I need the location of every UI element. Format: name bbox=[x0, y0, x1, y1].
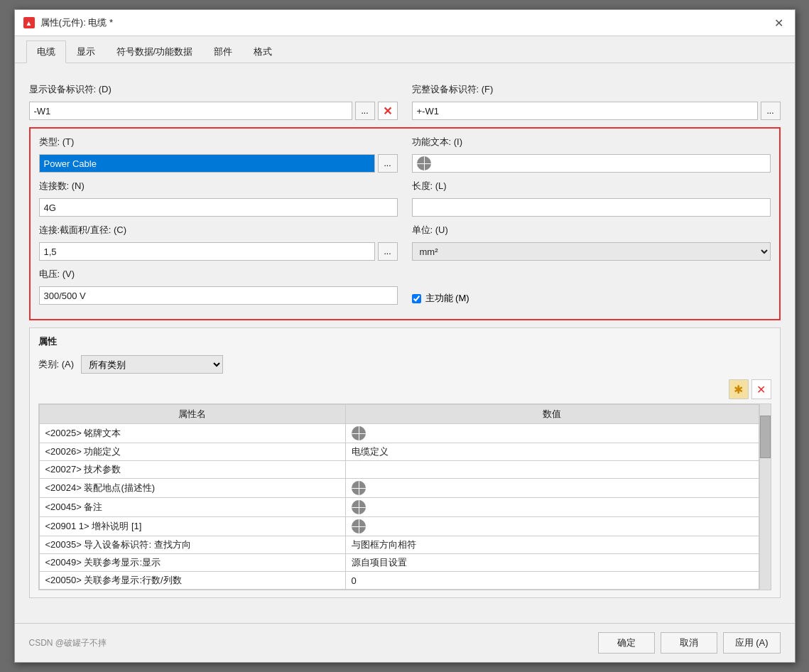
unit-select-wrapper: mm² bbox=[412, 242, 771, 261]
attr-value-cell[interactable] bbox=[345, 479, 759, 498]
x-icon: ✕ bbox=[383, 104, 392, 118]
attr-name-cell: <20045> 备注 bbox=[39, 498, 345, 517]
display-device-id-dots-button[interactable]: ... bbox=[355, 102, 375, 120]
type-function-row: 类型: (T) ... 功能文本: (I) bbox=[39, 136, 771, 173]
watermark-label: CSDN @破罐子不摔 bbox=[29, 637, 107, 649]
table-row: <20901 1> 增补说明 [1] bbox=[39, 517, 759, 536]
area-input[interactable] bbox=[39, 242, 375, 261]
content-area: 显示设备标识符: (D) ... ✕ 完整设备标识符: (F) ... bbox=[15, 63, 795, 623]
tabs-bar: 电缆 显示 符号数据/功能数据 部件 格式 bbox=[15, 36, 795, 63]
attr-name-cell: <20035> 导入设备标识符: 查找方向 bbox=[39, 536, 345, 554]
tab-cable[interactable]: 电缆 bbox=[26, 40, 66, 63]
table-row: <20045> 备注 bbox=[39, 498, 759, 517]
connections-length-row: 连接数: (N) 长度: (L) bbox=[39, 180, 771, 217]
apply-button[interactable]: 应用 (A) bbox=[723, 632, 781, 654]
table-row: <20050> 关联参考显示:行数/列数0 bbox=[39, 572, 759, 590]
length-label: 长度: (L) bbox=[412, 180, 771, 193]
attr-value-cell[interactable] bbox=[345, 461, 759, 479]
attr-value-cell[interactable] bbox=[345, 517, 759, 536]
dialog-title: 属性(元件): 电缆 * bbox=[40, 16, 766, 29]
tab-display[interactable]: 显示 bbox=[66, 40, 106, 63]
attr-name-cell: <20024> 装配地点(描述性) bbox=[39, 479, 345, 498]
attrs-filter-label: 类别: (A) bbox=[38, 358, 75, 371]
add-attr-button[interactable]: ✱ bbox=[729, 379, 749, 399]
close-button[interactable]: ✕ bbox=[772, 16, 786, 30]
main-function-col: 主功能 (M) bbox=[412, 268, 771, 305]
attrs-action-row: ✱ ✕ bbox=[38, 379, 771, 399]
voltage-input[interactable] bbox=[39, 286, 398, 305]
main-function-checkbox[interactable] bbox=[412, 294, 421, 303]
function-text-input[interactable] bbox=[412, 154, 771, 173]
cancel-button[interactable]: 取消 bbox=[661, 632, 717, 654]
attr-value-cell[interactable]: 源自项目设置 bbox=[345, 554, 759, 572]
col-attr-header: 属性名 bbox=[39, 405, 345, 424]
attr-name-cell: <20026> 功能定义 bbox=[39, 443, 345, 461]
attrs-scrollbar[interactable] bbox=[759, 404, 771, 590]
attrs-scrollbar-thumb[interactable] bbox=[760, 416, 771, 458]
attr-value-cell[interactable]: 与图框方向相符 bbox=[345, 536, 759, 554]
table-row: <20024> 装配地点(描述性) bbox=[39, 479, 759, 498]
title-bar: ▲ 属性(元件): 电缆 * ✕ bbox=[15, 10, 795, 36]
type-input[interactable] bbox=[39, 154, 375, 173]
top-form-section: 显示设备标识符: (D) ... ✕ 完整设备标识符: (F) ... bbox=[29, 83, 781, 120]
attrs-table-wrapper: 属性名 数值 <20025> 铭牌文本<20026> 功能定义电缆定义<2002… bbox=[38, 403, 771, 590]
type-col: 类型: (T) ... bbox=[39, 136, 398, 173]
attr-name-cell: <20049> 关联参考显示:显示 bbox=[39, 554, 345, 572]
table-row: <20026> 功能定义电缆定义 bbox=[39, 443, 759, 461]
main-function-label: 主功能 (M) bbox=[425, 292, 469, 305]
area-row: ... bbox=[39, 242, 398, 261]
tab-format[interactable]: 格式 bbox=[243, 40, 283, 63]
connections-label: 连接数: (N) bbox=[39, 180, 398, 193]
attr-name-cell: <20025> 铭牌文本 bbox=[39, 424, 345, 443]
function-text-row bbox=[412, 154, 771, 173]
dialog-window: ▲ 属性(元件): 电缆 * ✕ 电缆 显示 符号数据/功能数据 部件 格式 显… bbox=[14, 9, 796, 663]
attrs-filter-row: 类别: (A) 所有类别 bbox=[38, 355, 771, 374]
full-device-id-input[interactable] bbox=[412, 102, 758, 120]
type-row: ... bbox=[39, 154, 398, 173]
area-col: 连接:截面积/直径: (C) ... bbox=[39, 224, 398, 261]
unit-col: 单位: (U) mm² bbox=[412, 224, 771, 261]
connections-input[interactable] bbox=[39, 198, 398, 217]
type-dots-button[interactable]: ... bbox=[378, 154, 398, 173]
full-device-id-label: 完整设备标识符: (F) bbox=[412, 83, 781, 96]
app-icon: ▲ bbox=[23, 17, 35, 28]
area-label: 连接:截面积/直径: (C) bbox=[39, 224, 398, 237]
unit-select[interactable]: mm² bbox=[412, 242, 771, 261]
display-device-id-clear-button[interactable]: ✕ bbox=[378, 102, 398, 120]
display-device-id-row: ... ✕ bbox=[29, 102, 398, 120]
function-text-globe-icon bbox=[417, 156, 431, 170]
voltage-label: 电压: (V) bbox=[39, 268, 398, 281]
left-col: 显示设备标识符: (D) ... ✕ bbox=[29, 83, 398, 120]
voltage-col: 电压: (V) bbox=[39, 268, 398, 305]
tab-parts[interactable]: 部件 bbox=[203, 40, 243, 63]
attr-value-cell[interactable]: 电缆定义 bbox=[345, 443, 759, 461]
tab-symbol-data[interactable]: 符号数据/功能数据 bbox=[106, 40, 204, 63]
display-device-id-label: 显示设备标识符: (D) bbox=[29, 83, 398, 96]
table-row: <20025> 铭牌文本 bbox=[39, 424, 759, 443]
bottom-bar: CSDN @破罐子不摔 确定 取消 应用 (A) bbox=[15, 623, 795, 662]
area-dots-button[interactable]: ... bbox=[378, 242, 398, 261]
attr-name-cell: <20050> 关联参考显示:行数/列数 bbox=[39, 572, 345, 590]
col-value-header: 数值 bbox=[345, 405, 759, 424]
attrs-filter-select[interactable]: 所有类别 bbox=[81, 355, 223, 374]
unit-label: 单位: (U) bbox=[412, 224, 771, 237]
delete-attr-button[interactable]: ✕ bbox=[751, 379, 771, 399]
globe-icon bbox=[352, 426, 366, 440]
type-label: 类型: (T) bbox=[39, 136, 398, 148]
attr-value-cell[interactable] bbox=[345, 498, 759, 517]
length-input[interactable] bbox=[412, 198, 771, 217]
attrs-table: 属性名 数值 <20025> 铭牌文本<20026> 功能定义电缆定义<2002… bbox=[39, 404, 759, 590]
table-row: <20027> 技术参数 bbox=[39, 461, 759, 479]
confirm-button[interactable]: 确定 bbox=[598, 632, 655, 654]
table-row: <20035> 导入设备标识符: 查找方向与图框方向相符 bbox=[39, 536, 759, 554]
full-device-id-dots-button[interactable]: ... bbox=[761, 102, 781, 120]
length-row bbox=[412, 198, 771, 217]
attr-value-cell[interactable]: 0 bbox=[345, 572, 759, 590]
attrs-table-scroll: 属性名 数值 <20025> 铭牌文本<20026> 功能定义电缆定义<2002… bbox=[39, 404, 759, 590]
attr-value-cell[interactable] bbox=[345, 424, 759, 443]
display-device-id-input[interactable] bbox=[29, 102, 352, 120]
connections-col: 连接数: (N) bbox=[39, 180, 398, 217]
table-row: <20049> 关联参考显示:显示源自项目设置 bbox=[39, 554, 759, 572]
area-unit-row: 连接:截面积/直径: (C) ... 单位: (U) mm² bbox=[39, 224, 771, 261]
red-box-section: 类型: (T) ... 功能文本: (I) bbox=[29, 127, 781, 320]
